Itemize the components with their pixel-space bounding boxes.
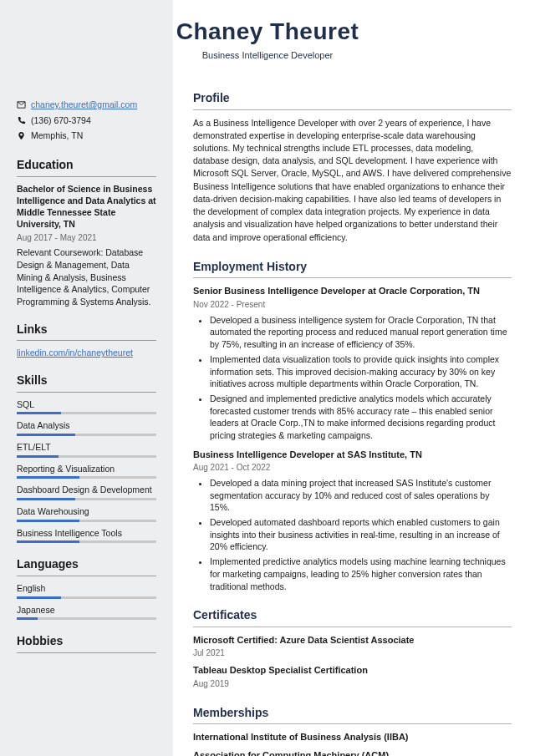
resume-page: Chaney Theuret Business Intelligence Dev… [0, 0, 535, 756]
membership-item: Association for Computing Machinery (ACM… [193, 749, 512, 756]
language-item: English [17, 582, 156, 599]
section-rule [17, 176, 156, 177]
skill-name: Business Intelligence Tools [17, 527, 156, 540]
skill-bar [17, 434, 156, 436]
main-content: Profile As a Business Intelligence Devel… [173, 0, 535, 756]
section-rule [193, 109, 512, 110]
job-item: Senior Business Intelligence Developer a… [193, 285, 512, 441]
section-rule [17, 652, 156, 653]
skill-bar [17, 520, 156, 522]
contact-phone: (136) 670-3794 [31, 114, 91, 127]
skill-item: Reporting & Visualization [17, 463, 156, 479]
skill-item: Business Intelligence Tools [17, 527, 156, 544]
skill-fill [17, 412, 61, 414]
contact-phone-row: (136) 670-3794 [17, 114, 156, 127]
skill-fill [17, 498, 75, 500]
skill-item: Data Warehousing [17, 505, 156, 522]
contact-email-row: chaney.theuret@gmail.com [17, 99, 156, 111]
section-rule [193, 723, 512, 724]
job-item: Business Intelligence Developer at SAS I… [193, 449, 512, 593]
skill-fill [17, 434, 75, 436]
profile-body: As a Business Intelligence Developer wit… [193, 117, 512, 244]
skill-fill [17, 476, 79, 479]
language-bar [17, 596, 156, 599]
contact-location: Memphis, TN [31, 129, 83, 142]
contact-location-row: Memphis, TN [17, 129, 156, 142]
education-body: Relevant Coursework: Database Design & M… [17, 246, 156, 307]
certificate-item: Tableau Desktop Specialist Certification… [193, 664, 512, 689]
skill-fill [17, 455, 59, 458]
job-bullet: Developed a data mining project that inc… [210, 477, 512, 514]
education-section: Education Bachelor of Science in Busines… [17, 157, 156, 308]
skill-name: Data Analysis [17, 419, 156, 432]
languages-section: Languages EnglishJapanese [17, 556, 156, 620]
skills-heading: Skills [17, 373, 156, 389]
language-item: Japanese [17, 604, 156, 621]
job-bullet: Implemented data visualization tools to … [210, 353, 512, 390]
person-title: Business Intelligence Developer [0, 49, 535, 62]
certificate-title: Microsoft Certified: Azure Data Scientis… [193, 634, 512, 647]
job-bullets: Developed a data mining project that inc… [193, 477, 512, 592]
job-title: Senior Business Intelligence Developer a… [193, 285, 512, 297]
job-bullet: Designed and implemented predictive anal… [210, 393, 512, 442]
job-bullet: Developed automated dashboard reports wh… [210, 516, 512, 553]
hobbies-heading: Hobbies [17, 633, 156, 650]
skill-name: Data Warehousing [17, 505, 156, 518]
memberships-heading: Memberships [193, 705, 512, 722]
membership-item: International Institute of Business Anal… [193, 731, 512, 743]
language-name: English [17, 582, 156, 595]
skills-section: Skills SQLData AnalysisETL/ELTReporting … [17, 373, 156, 543]
skill-fill [17, 520, 79, 522]
contact-block: chaney.theuret@gmail.com (136) 670-3794 … [17, 99, 156, 142]
contact-email-link[interactable]: chaney.theuret@gmail.com [31, 99, 137, 111]
language-fill [17, 617, 38, 620]
certificates-section: Certificates Microsoft Certified: Azure … [193, 607, 512, 689]
language-name: Japanese [17, 604, 156, 616]
phone-icon [17, 116, 26, 125]
education-heading: Education [17, 157, 156, 174]
certificates-heading: Certificates [193, 607, 512, 624]
memberships-section: Memberships International Institute of B… [193, 705, 512, 756]
job-dates: Aug 2021 - Oct 2022 [193, 462, 512, 474]
linkedin-link[interactable]: linkedin.com/in/chaneytheuret [17, 348, 133, 358]
languages-heading: Languages [17, 556, 156, 573]
profile-heading: Profile [193, 90, 512, 107]
education-dates: Aug 2017 - May 2021 [17, 232, 156, 244]
sidebar: chaney.theuret@gmail.com (136) 670-3794 … [0, 0, 173, 756]
header-content: Chaney Theuret Business Intelligence Dev… [0, 15, 535, 63]
skill-bar [17, 476, 156, 479]
skill-bar [17, 455, 156, 458]
section-rule [17, 576, 156, 576]
job-bullet: Implemented predictive analytics models … [210, 556, 512, 592]
skill-fill [17, 540, 79, 543]
certificate-title: Tableau Desktop Specialist Certification [193, 664, 512, 677]
links-heading: Links [17, 322, 156, 338]
person-name: Chaney Theuret [0, 15, 535, 48]
language-bar [17, 617, 156, 620]
section-rule [193, 277, 512, 278]
job-title: Business Intelligence Developer at SAS I… [193, 449, 512, 461]
section-rule [193, 627, 512, 627]
hobbies-section: Hobbies [17, 633, 156, 653]
education-degree: Bachelor of Science in Business Intellig… [17, 183, 156, 231]
location-icon [17, 131, 26, 140]
skill-name: ETL/ELT [17, 441, 156, 454]
section-rule [17, 392, 156, 393]
section-rule [17, 340, 156, 341]
skill-bar [17, 412, 156, 414]
job-bullet: Developed a business intelligence system… [210, 314, 512, 351]
profile-section: Profile As a Business Intelligence Devel… [193, 90, 512, 244]
certificate-item: Microsoft Certified: Azure Data Scientis… [193, 634, 512, 659]
skill-name: Reporting & Visualization [17, 463, 156, 475]
skill-name: SQL [17, 398, 156, 411]
job-dates: Nov 2022 - Present [193, 299, 512, 311]
email-icon [17, 100, 26, 109]
certificate-date: Jul 2021 [193, 647, 512, 659]
skill-bar [17, 498, 156, 500]
language-fill [17, 596, 61, 599]
job-bullets: Developed a business intelligence system… [193, 314, 512, 442]
employment-heading: Employment History [193, 259, 512, 276]
skill-item: ETL/ELT [17, 441, 156, 458]
skill-item: Dashboard Design & Development [17, 484, 156, 500]
employment-section: Employment History Senior Business Intel… [193, 259, 512, 592]
